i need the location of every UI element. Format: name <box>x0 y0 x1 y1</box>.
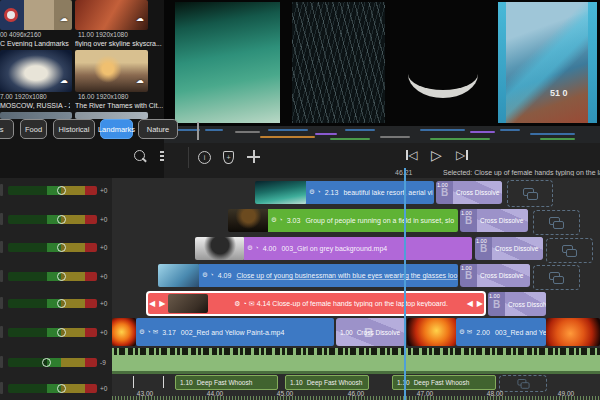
audio-level-knob[interactable] <box>42 358 51 367</box>
watermark-glyph: B <box>465 215 472 226</box>
audio-level-knob[interactable] <box>57 186 66 195</box>
audio-level-knob[interactable] <box>57 215 66 224</box>
timeline-clip[interactable]: ⚙ ◔ 2.13 beautiful lake resort, aerial v… <box>306 181 434 204</box>
placeholder-slot[interactable] <box>499 375 547 392</box>
trim-handle-left-icon[interactable]: ◀ <box>149 300 155 308</box>
playhead[interactable] <box>404 168 406 400</box>
media-thumbnail[interactable]: ☁ <box>75 50 148 92</box>
audio-level-slider[interactable] <box>8 299 97 308</box>
audio-level-knob[interactable] <box>57 243 66 252</box>
track-icon-sliver <box>0 297 3 309</box>
media-thumbnail[interactable]: ☁ <box>0 0 72 30</box>
clip-thumbnail <box>158 264 200 287</box>
transition-clip[interactable]: B 1.00 Cross Dissolve <box>460 209 528 232</box>
timeline-clip[interactable]: ⚙ ◔ 4.09 Close up of young businessman w… <box>199 264 458 287</box>
trim-handle-left-icon[interactable]: ▶ <box>159 300 165 308</box>
audio-level-slider[interactable] <box>8 272 97 281</box>
audio-level-slider[interactable] <box>8 384 97 393</box>
add-shield-icon[interactable]: + <box>223 151 234 164</box>
audio-level-slider[interactable] <box>8 358 97 367</box>
audio-level-knob[interactable] <box>57 299 66 308</box>
gear-icon: ⚙ <box>309 189 315 196</box>
transition-thumb: B 1.00 <box>488 292 505 316</box>
speed-icon: ◔ <box>317 189 321 196</box>
media-title: C Evening Landmarks <box>0 40 70 47</box>
fx-name: Deep Fast Whoosh <box>197 379 253 386</box>
transition-clip[interactable]: B 1.00 Cross Dissolve <box>488 292 546 316</box>
copy-icon <box>549 217 564 228</box>
ruler-ticks <box>112 396 600 400</box>
play-triangle-glyph: ▷ <box>431 147 442 163</box>
tab-historical[interactable]: Historical <box>53 119 95 139</box>
timeline-clip[interactable]: ⚙ ◔ 4.00 003_Girl on grey background.mp4 <box>244 237 472 260</box>
audio-level-value: +0 <box>100 216 107 223</box>
timeline-overview-strip[interactable] <box>164 126 600 143</box>
timeline-clip[interactable]: ⚙ ◔ 3.03 Group of people running on a fi… <box>268 209 458 232</box>
audio-level-knob[interactable] <box>57 384 66 393</box>
placeholder-slot[interactable] <box>533 210 580 235</box>
music-track[interactable] <box>112 348 600 374</box>
overview-clip-dash <box>345 129 375 131</box>
clip-title: Close up of young businessman with blue … <box>236 272 457 279</box>
audio-level-knob[interactable] <box>57 272 66 281</box>
tab-effects[interactable]: Effects <box>0 119 14 139</box>
clip-duration: 3.17 <box>162 329 176 336</box>
audio-level-value: +0 <box>100 385 107 392</box>
media-title: MOSCOW, RUSSIA - 28 S... <box>0 102 70 109</box>
clip-title: 003_Girl on grey background.mp4 <box>281 245 387 252</box>
audio-level-slider[interactable] <box>8 186 97 195</box>
timeline-clip[interactable]: ⚙ ◔ ✉ 3.17 002_Red and Yellow Paint-a.mp… <box>136 318 334 346</box>
media-thumbnail-partial[interactable] <box>75 112 148 119</box>
audio-fx-clip[interactable]: 1.10 Deep Fast Whoosh <box>175 375 278 390</box>
next-frame-button[interactable]: ▷ <box>456 148 468 162</box>
audio-level-slider[interactable] <box>8 243 97 252</box>
audio-level-value: +0 <box>100 329 107 336</box>
audio-level-value: +0 <box>100 273 107 280</box>
selected-clip[interactable]: ◀ ▶ ⚙ ◔ ✉ 4.14 Close-up of female hands … <box>146 291 486 316</box>
track-icon-sliver <box>0 213 3 225</box>
tab-landmarks[interactable]: Landmarks <box>100 119 133 139</box>
transition-clip[interactable]: B 1.00 Cross Dissolve <box>336 318 406 346</box>
media-caption: 16.00 1920x1080 <box>78 93 128 100</box>
gear-icon: ⚙ <box>459 329 465 336</box>
transition-clip[interactable]: B 1.00 Cross Dissolve <box>460 264 530 287</box>
copy-icon <box>562 245 577 256</box>
audio-level-slider[interactable] <box>8 328 97 337</box>
move-tool-icon[interactable] <box>247 150 260 163</box>
clip-thumbnail <box>255 181 307 204</box>
search-icon[interactable] <box>134 150 145 161</box>
overview-clip-dash <box>540 138 575 140</box>
audio-fx-clip[interactable]: 1.10 Deep Fast Whoosh <box>392 375 496 390</box>
timeline-clip[interactable]: ⚙ ✉ 2.00 003_Red and Ye <box>456 318 546 346</box>
fx-duration: 1.10 <box>180 379 193 386</box>
audio-level-value: +0 <box>100 244 107 251</box>
waveform-base <box>112 371 600 374</box>
media-caption: 7.00 1920x1080 <box>0 93 47 100</box>
placeholder-slot[interactable] <box>533 265 580 290</box>
tab-food[interactable]: Food <box>20 119 47 139</box>
media-title: The River Thames with Cit... <box>75 102 163 109</box>
media-thumbnail-partial[interactable] <box>0 112 72 119</box>
next-triangle-glyph: ▷ <box>456 148 465 162</box>
media-thumbnail[interactable]: ☁ <box>0 50 72 92</box>
placeholder-slot[interactable] <box>507 180 553 207</box>
audio-fx-clip[interactable]: 1.10 Deep Fast Whoosh <box>285 375 369 390</box>
clip-info-icon[interactable]: i <box>198 151 211 164</box>
roundel-shape <box>4 8 18 22</box>
transition-clip[interactable]: B 1.00 Cross Dissolve <box>475 237 543 260</box>
transition-clip[interactable]: B 1.00 Cross Dissolve <box>436 181 502 204</box>
prev-frame-button[interactable]: ◁ <box>406 148 418 162</box>
audio-level-slider[interactable] <box>8 215 97 224</box>
trim-handle-right-icon[interactable]: ◀ <box>467 300 473 308</box>
trim-handle-right-icon[interactable]: ▶ <box>477 300 483 308</box>
play-button[interactable]: ▷ <box>431 147 442 163</box>
preview-frame-pool <box>175 2 280 123</box>
media-thumbnail[interactable]: ☁ <box>75 0 148 30</box>
placeholder-slot[interactable] <box>546 238 593 263</box>
transition-duration: 1.00 <box>476 238 487 244</box>
note-icon: ✉ <box>249 300 255 308</box>
transition-name: Cross Dissolve <box>480 217 523 224</box>
media-title: flying over skyline skyscra... <box>75 40 163 47</box>
audio-level-knob[interactable] <box>57 328 66 337</box>
tab-nature[interactable]: Nature <box>138 119 178 139</box>
